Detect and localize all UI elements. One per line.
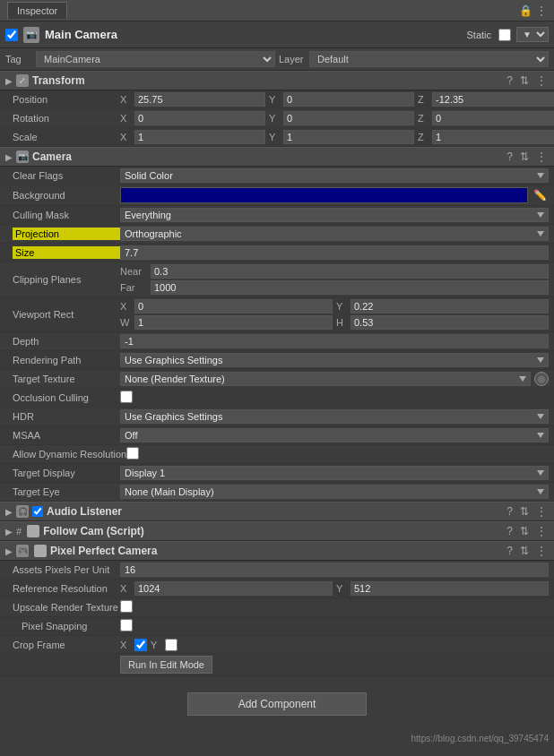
pos-z-input[interactable] bbox=[432, 92, 554, 107]
occlusion-culling-row: Occlusion Culling bbox=[0, 389, 554, 408]
target-display-select[interactable]: Display 1 bbox=[120, 466, 549, 480]
allow-dynamic-value bbox=[126, 447, 549, 461]
object-enabled-checkbox[interactable] bbox=[5, 29, 18, 41]
allow-dynamic-row: Allow Dynamic Resolution bbox=[0, 445, 554, 464]
rot-z-label: Z bbox=[418, 113, 428, 124]
camera-arrow[interactable]: ▶ bbox=[5, 152, 13, 162]
tag-select[interactable]: MainCamera bbox=[36, 51, 275, 67]
pixel-perfect-settings-icon[interactable]: ⇅ bbox=[518, 545, 531, 557]
crop-y-checkbox[interactable] bbox=[165, 639, 177, 651]
far-input[interactable] bbox=[151, 280, 549, 295]
scale-z-input[interactable] bbox=[432, 130, 554, 144]
hdr-select[interactable]: Use Graphics Settings bbox=[120, 409, 549, 424]
rendering-path-label: Rendering Path bbox=[13, 355, 120, 365]
inspector-panel: 📷 Main Camera Static ▼ Tag MainCamera La… bbox=[0, 21, 554, 756]
follow-cam-menu-icon[interactable]: ⋮ bbox=[534, 525, 549, 537]
culling-mask-select[interactable]: Everything bbox=[120, 208, 549, 222]
transform-menu-icon[interactable]: ⋮ bbox=[534, 74, 549, 87]
pixel-snap-checkbox[interactable] bbox=[120, 619, 133, 631]
vp-w-input[interactable] bbox=[134, 315, 333, 330]
lock-icon[interactable]: 🔒 bbox=[519, 4, 532, 17]
object-name: Main Camera bbox=[45, 28, 461, 41]
run-edit-button[interactable]: Run In Edit Mode bbox=[120, 656, 212, 674]
menu-icon[interactable]: ⋮ bbox=[536, 4, 547, 17]
depth-input[interactable] bbox=[120, 334, 549, 348]
follow-cam-section-icons: ? ⇅ ⋮ bbox=[505, 525, 549, 537]
assets-pixels-label: Assets Pixels Per Unit bbox=[13, 564, 120, 575]
camera-section-icons: ? ⇅ ⋮ bbox=[505, 150, 549, 163]
culling-mask-row: Culling Mask Everything bbox=[0, 206, 554, 225]
transform-settings-icon[interactable]: ⇅ bbox=[518, 74, 531, 87]
assets-pixels-value bbox=[120, 563, 549, 577]
occlusion-culling-checkbox[interactable] bbox=[120, 391, 133, 403]
audio-listener-arrow[interactable]: ▶ bbox=[5, 507, 13, 517]
target-texture-pick-btn[interactable]: ◎ bbox=[534, 372, 549, 386]
transform-section-header: ▶ ⤢ Transform ? ⇅ ⋮ bbox=[0, 71, 554, 90]
rendering-path-select[interactable]: Use Graphics Settings bbox=[120, 353, 549, 367]
follow-cam-help-icon[interactable]: ? bbox=[505, 525, 515, 537]
target-texture-label: Target Texture bbox=[13, 374, 120, 384]
pixel-perfect-help-icon[interactable]: ? bbox=[505, 545, 515, 557]
background-row: Background ✏️ bbox=[0, 185, 554, 206]
upscale-checkbox[interactable] bbox=[120, 600, 133, 613]
pixel-perfect-section-icons: ? ⇅ ⋮ bbox=[505, 545, 549, 557]
watermark: https://blog.csdn.net/qq_39745474 bbox=[0, 732, 554, 745]
ref-x-input[interactable] bbox=[134, 581, 333, 596]
scale-x-input[interactable] bbox=[134, 130, 265, 144]
scale-y-input[interactable] bbox=[283, 130, 414, 144]
add-component-container: Add Component bbox=[0, 676, 554, 732]
scale-row: Scale X Y Z bbox=[0, 128, 554, 147]
clipping-planes-label: Clipping Planes bbox=[13, 274, 120, 285]
crop-x-checkbox[interactable] bbox=[134, 639, 147, 651]
background-picker-icon[interactable]: ✏️ bbox=[532, 189, 549, 202]
crop-frame-row: Crop Frame X Y bbox=[0, 636, 554, 654]
add-component-button[interactable]: Add Component bbox=[187, 692, 367, 716]
audio-listener-help-icon[interactable]: ? bbox=[505, 505, 515, 518]
object-header: 📷 Main Camera Static ▼ bbox=[0, 21, 554, 48]
rot-z-input[interactable] bbox=[432, 111, 554, 125]
vp-y-input[interactable] bbox=[351, 299, 549, 314]
pixel-perfect-arrow[interactable]: ▶ bbox=[5, 546, 13, 556]
target-texture-select[interactable]: None (Render Texture) bbox=[120, 372, 531, 386]
projection-row: Projection Orthographic bbox=[0, 225, 554, 244]
pixel-perfect-menu-icon[interactable]: ⋮ bbox=[534, 545, 549, 557]
follow-cam-settings-icon[interactable]: ⇅ bbox=[518, 525, 531, 537]
transform-help-icon[interactable]: ? bbox=[505, 74, 515, 87]
background-color-swatch[interactable] bbox=[120, 187, 528, 203]
vp-h-input[interactable] bbox=[351, 315, 549, 330]
ref-res-values: X Y bbox=[120, 581, 549, 596]
pos-x-input[interactable] bbox=[134, 92, 265, 107]
camera-settings-icon[interactable]: ⇅ bbox=[518, 150, 531, 163]
transform-arrow[interactable]: ▶ bbox=[5, 76, 13, 86]
audio-listener-settings-icon[interactable]: ⇅ bbox=[518, 505, 531, 518]
camera-help-icon[interactable]: ? bbox=[505, 150, 515, 163]
static-dropdown[interactable]: ▼ bbox=[516, 27, 549, 42]
vp-w-item: W bbox=[120, 315, 333, 330]
clear-flags-select[interactable]: Solid Color bbox=[120, 168, 549, 183]
assets-pixels-input[interactable] bbox=[120, 563, 549, 577]
target-eye-select[interactable]: None (Main Display) bbox=[120, 485, 549, 499]
target-eye-label: Target Eye bbox=[13, 486, 120, 497]
size-row: Size bbox=[0, 244, 554, 262]
msaa-select[interactable]: Off bbox=[120, 428, 549, 442]
static-checkbox[interactable] bbox=[498, 29, 511, 41]
clipping-planes-values: Near Far bbox=[120, 264, 549, 295]
camera-menu-icon[interactable]: ⋮ bbox=[534, 150, 549, 163]
audio-listener-enabled[interactable] bbox=[32, 506, 43, 517]
pos-y-input[interactable] bbox=[283, 92, 414, 107]
follow-cam-arrow[interactable]: ▶ bbox=[5, 527, 13, 537]
inspector-tab[interactable]: Inspector bbox=[7, 2, 67, 19]
rotation-label: Rotation bbox=[13, 113, 120, 124]
audio-listener-menu-icon[interactable]: ⋮ bbox=[534, 505, 549, 518]
ref-y-input[interactable] bbox=[351, 581, 549, 596]
clear-flags-label: Clear Flags bbox=[13, 170, 120, 181]
allow-dynamic-checkbox[interactable] bbox=[126, 447, 139, 460]
rot-y-input[interactable] bbox=[283, 111, 414, 125]
rot-x-input[interactable] bbox=[134, 111, 265, 125]
occlusion-culling-label: Occlusion Culling bbox=[13, 392, 120, 403]
size-input[interactable] bbox=[120, 245, 549, 260]
near-input[interactable] bbox=[151, 264, 549, 279]
projection-select[interactable]: Orthographic bbox=[120, 227, 549, 241]
vp-x-input[interactable] bbox=[134, 299, 333, 314]
layer-select[interactable]: Default bbox=[309, 51, 549, 67]
